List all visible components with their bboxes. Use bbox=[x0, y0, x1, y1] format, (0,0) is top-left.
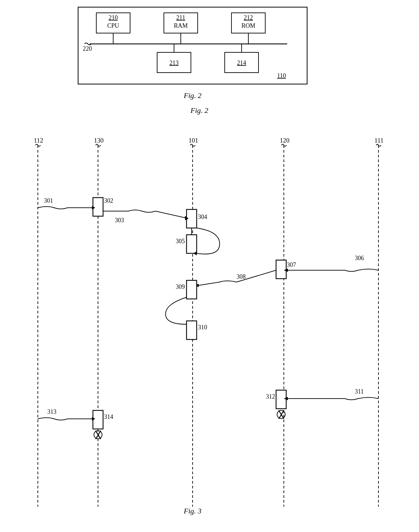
svg-text:120: 120 bbox=[280, 137, 290, 144]
svg-text:130: 130 bbox=[94, 137, 104, 144]
svg-text:308: 308 bbox=[237, 273, 246, 280]
svg-text:RAM: RAM bbox=[174, 22, 188, 29]
fig2-caption: Fig. 2 bbox=[191, 106, 208, 115]
svg-text:305: 305 bbox=[176, 238, 185, 245]
svg-text:101: 101 bbox=[189, 137, 198, 144]
svg-text:212: 212 bbox=[244, 14, 253, 21]
svg-rect-47 bbox=[276, 260, 286, 279]
svg-rect-32 bbox=[93, 198, 103, 216]
svg-text:313: 313 bbox=[47, 408, 56, 415]
svg-rect-43 bbox=[187, 235, 197, 253]
svg-text:304: 304 bbox=[198, 213, 207, 220]
svg-rect-56 bbox=[187, 280, 197, 299]
svg-rect-61 bbox=[276, 390, 286, 409]
svg-text:Fig. 3: Fig. 3 bbox=[183, 507, 202, 515]
page: 210 CPU 211 RAM 212 ROM 220 213 bbox=[0, 0, 419, 532]
svg-text:310: 310 bbox=[198, 324, 207, 331]
fig2-svg: 210 CPU 211 RAM 212 ROM 220 213 bbox=[78, 7, 307, 84]
fig3-diagram: 112 130 101 120 111 302 bbox=[0, 132, 419, 524]
svg-text:214: 214 bbox=[237, 59, 246, 66]
svg-text:213: 213 bbox=[170, 59, 179, 66]
svg-text:301: 301 bbox=[44, 197, 53, 204]
svg-rect-69 bbox=[93, 410, 103, 429]
svg-text:302: 302 bbox=[104, 197, 113, 204]
svg-text:306: 306 bbox=[355, 255, 364, 261]
svg-text:309: 309 bbox=[176, 283, 185, 290]
svg-line-40 bbox=[155, 211, 186, 218]
svg-text:311: 311 bbox=[355, 388, 364, 395]
svg-text:CPU: CPU bbox=[107, 22, 119, 29]
svg-text:111: 111 bbox=[374, 137, 384, 144]
svg-line-53 bbox=[198, 282, 220, 285]
fig2-diagram: 210 CPU 211 RAM 212 ROM 220 213 bbox=[78, 7, 321, 101]
fig3-svg: 112 130 101 120 111 302 bbox=[0, 132, 419, 524]
svg-text:307: 307 bbox=[287, 261, 296, 268]
svg-text:211: 211 bbox=[176, 14, 185, 21]
svg-text:314: 314 bbox=[104, 413, 113, 420]
svg-text:210: 210 bbox=[109, 14, 118, 21]
svg-text:220: 220 bbox=[83, 45, 92, 52]
svg-text:ROM: ROM bbox=[241, 22, 255, 29]
svg-text:303: 303 bbox=[115, 217, 124, 224]
svg-rect-59 bbox=[187, 321, 197, 339]
fig2-caption-text: Fig. 2 bbox=[78, 91, 307, 100]
svg-text:110: 110 bbox=[277, 72, 286, 79]
svg-text:312: 312 bbox=[266, 393, 275, 400]
svg-text:112: 112 bbox=[34, 137, 43, 144]
